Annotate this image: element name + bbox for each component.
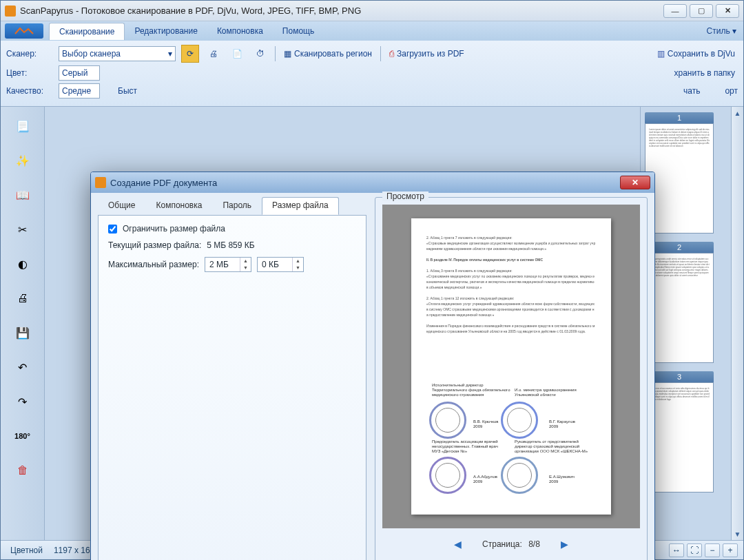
tool-rotate-left-icon[interactable]: ↶ (12, 356, 34, 378)
dialog-tabs: Общие Компоновка Пароль Размер файла (98, 197, 366, 215)
stamp-icon (501, 402, 538, 439)
spin-down-icon[interactable]: ▼ (240, 265, 251, 271)
ribbon-tab-layout[interactable]: Компоновка (207, 23, 273, 39)
current-size-value: 5 МБ 859 КБ (207, 240, 254, 250)
zoom-out-icon[interactable]: − (705, 543, 720, 557)
thumb-header: 1 (645, 112, 714, 123)
save-djvu-button[interactable]: ▥ Сохранить в DjVu (654, 48, 738, 60)
scan-region-label: Сканировать регион (294, 49, 372, 59)
zoom-in-icon[interactable]: + (723, 543, 738, 557)
thumbnail-item[interactable]: 1 Lorem ipsum dolor sit amet consectetur… (645, 112, 714, 234)
color-combo[interactable]: Серый (59, 65, 100, 81)
dialog-icon (95, 177, 106, 188)
thumbnail-item[interactable]: 3 At vero eos et accusamus et iusto odio… (645, 371, 714, 492)
tool-doc-icon[interactable]: 📃 (12, 115, 34, 137)
preview-legend: Просмотр (382, 191, 428, 201)
limit-size-checkbox[interactable] (108, 225, 117, 234)
color-label: Цвет: (6, 68, 53, 78)
style-menu[interactable]: Стиль ▾ (700, 23, 743, 39)
print-hint: чать (683, 86, 700, 96)
dialog-tab-content: Ограничить размер файла Текущий размер ф… (98, 215, 366, 560)
scroll-down-icon[interactable]: ▼ (732, 528, 743, 540)
tool-delete-icon[interactable]: 🗑 (12, 459, 34, 481)
tool-crop-icon[interactable]: ✂ (12, 218, 34, 240)
export-hint: орт (725, 86, 738, 96)
zoom-fit-page-icon[interactable]: ⛶ (687, 543, 702, 557)
limit-size-label: Ограничить размер файла (123, 224, 225, 234)
dialog-tab-filesize[interactable]: Размер файла (262, 197, 339, 215)
tool-rotate-right-icon[interactable]: ↷ (12, 391, 34, 413)
max-mb-spinner[interactable]: 2 МБ ▲▼ (205, 257, 251, 272)
signature-text: Руководитель от представителейдиректор с… (515, 439, 588, 454)
quality-label: Качество: (6, 86, 53, 96)
scanner-label: Сканер: (6, 49, 53, 59)
max-mb-value: 2 МБ (205, 260, 240, 269)
thumbnail-item[interactable]: 2 Sed ut perspiciatis unde omnis iste na… (645, 242, 714, 363)
tool-wand-icon[interactable]: ✨ (12, 149, 34, 172)
spin-up-icon[interactable]: ▲ (293, 258, 303, 265)
app-title: ScanPapyrus - Потоковое сканирование в P… (20, 6, 361, 16)
dialog-close-button[interactable]: ✕ (620, 176, 650, 189)
thumb-header: 2 (645, 242, 714, 253)
ribbon-tab-edit[interactable]: Редактирование (125, 23, 207, 39)
left-toolbar: 📃 ✨ 📖 ✂ ◐ 🖨 💾 ↶ ↷ 180° 🗑 (1, 107, 45, 540)
signature-text: В.В. Крючков2009 (473, 419, 499, 429)
thumb-page: At vero eos et accusamus et iusto odio d… (645, 382, 714, 492)
pager-prev-icon[interactable]: ◀ (450, 537, 466, 551)
tool-scanner-icon[interactable]: 🖨 (12, 287, 34, 309)
quality-value: Средне (62, 86, 91, 96)
ribbon-tab-help[interactable]: Помощь (273, 23, 324, 39)
thumbnail-scrollbar[interactable]: ▲ ▼ (731, 107, 743, 540)
tool-book-icon[interactable]: 📖 (12, 184, 34, 206)
save-djvu-label: Сохранить в DjVu (668, 49, 735, 59)
signature-text: Председатель ассоциации врачейнегосударс… (432, 439, 498, 454)
scanner-refresh-icon[interactable]: ⟳ (181, 45, 199, 63)
quality-combo[interactable]: Средне (59, 83, 100, 98)
preview-pager: ◀ Страница: 8/8 ▶ (382, 534, 640, 554)
dialog-tab-layout[interactable]: Компоновка (145, 197, 212, 215)
scanner-value: Выбор сканера (62, 49, 121, 59)
scan-icon-2[interactable]: 📄 (228, 45, 246, 63)
thumb-page: Lorem ipsum dolor sit amet consectetur a… (645, 123, 714, 234)
maximize-button[interactable]: ▢ (690, 4, 713, 18)
save-folder-label: хранить в папку (674, 68, 735, 78)
status-color: Цветной (6, 546, 47, 555)
zoom-fit-width-icon[interactable]: ↔ (669, 543, 684, 557)
max-kb-value: 0 КБ (258, 260, 292, 269)
signature-text: Е.А.Шумович2009 (549, 475, 575, 484)
preview-frame: 2. Абзац 1 пункта 7 изложить в следующей… (382, 205, 640, 528)
main-area: 📃 ✨ 📖 ✂ ◐ 🖨 💾 ↶ ↷ 180° 🗑 1 Lorem ipsum d… (1, 107, 743, 540)
stamp-icon (501, 457, 538, 494)
pdf-dialog: Создание PDF документа ✕ Общие Компоновк… (90, 172, 655, 560)
tool-contrast-icon[interactable]: ◐ (12, 253, 34, 275)
scan-region-button[interactable]: ▦ Сканировать регион (281, 48, 375, 60)
region-icon: ▦ (284, 49, 291, 59)
dialog-tab-password[interactable]: Пароль (212, 197, 262, 215)
dialog-tab-general[interactable]: Общие (98, 197, 145, 215)
ribbon-tab-scan[interactable]: Сканирование (49, 23, 125, 40)
tool-rotate-180-icon[interactable]: 180° (12, 425, 34, 447)
preview-page: 2. Абзац 1 пункта 7 изложить в следующей… (411, 218, 611, 515)
scan-icon-1[interactable]: 🖨 (205, 45, 223, 63)
pager-next-icon[interactable]: ▶ (557, 537, 572, 551)
load-pdf-button[interactable]: ⎙ Загрузить из PDF (386, 48, 467, 60)
signature-text: И.о. министра здравоохраненияУльяновской… (515, 388, 577, 397)
djvu-icon: ▥ (657, 49, 665, 59)
close-button[interactable]: ✕ (716, 4, 739, 18)
spin-up-icon[interactable]: ▲ (240, 258, 251, 265)
scroll-up-icon[interactable]: ▲ (732, 107, 743, 119)
scanner-combo[interactable]: Выбор сканера▾ (59, 46, 176, 61)
preview-fieldset: Просмотр 2. Абзац 1 пункта 7 изложить в … (375, 197, 648, 560)
minimize-button[interactable]: — (663, 4, 687, 18)
tool-save-icon[interactable]: 💾 (12, 322, 34, 344)
ribbon-body: Сканер: Выбор сканера▾ ⟳ 🖨 📄 ⏱ ▦ Сканиро… (1, 41, 743, 107)
spin-down-icon[interactable]: ▼ (293, 265, 303, 271)
app-menu-button[interactable] (5, 23, 43, 39)
save-folder-button[interactable]: хранить в папку (671, 67, 738, 79)
max-size-label: Максимальный размер: (108, 260, 199, 269)
current-size-label: Текущий размер файла: (108, 240, 201, 250)
max-kb-spinner[interactable]: 0 КБ ▲▼ (257, 257, 304, 272)
timer-icon[interactable]: ⏱ (251, 45, 269, 63)
signature-text: В.Г. Караулов2009 (549, 419, 575, 429)
pager-value: 8/8 (528, 539, 540, 549)
